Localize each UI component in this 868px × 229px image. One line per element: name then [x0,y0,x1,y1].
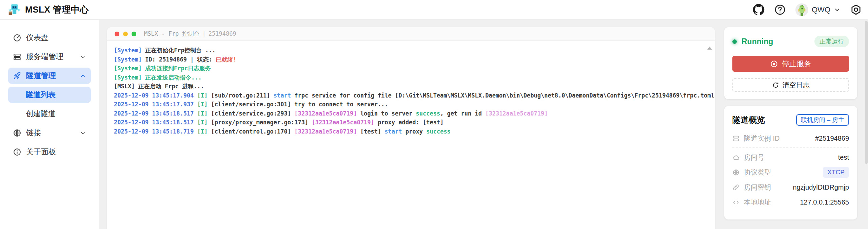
sidebar-item-label: 链接 [26,128,41,138]
sidebar-item-label: 仪表盘 [26,33,48,43]
dashed-divider [732,147,849,148]
sidebar-item-tunnel-list[interactable]: 隧道列表 [8,87,91,103]
github-icon[interactable] [753,4,765,16]
scroll-up-arrow[interactable] [707,47,712,50]
terminal-title: MSLX - Frp 控制台|25194869 [144,30,236,38]
overview-row-label: 房间密钥 [744,183,771,192]
overview-row-label: 本地地址 [744,198,771,207]
overview-row: 隧道实例 ID#25194869 [732,131,849,146]
service-status-card: Running 正常运行 停止服务 清空日志 [724,27,857,99]
sidebar-item-create-tunnel[interactable]: 创建隧道 [8,106,91,122]
page-title: MSLX 管理中心 [25,4,89,16]
username: QWQ [812,5,830,14]
status-badge: 正常运行 [814,36,849,47]
chevron-down-icon [80,130,86,136]
clear-log-button[interactable]: 清空日志 [732,78,849,92]
log-line: [System] ID: 25194869 | 状态: 已就绪! [114,55,708,64]
log-line: 2025-12-09 13:45:17.904 [I] [sub/root.go… [114,91,708,100]
globe-icon [732,169,739,176]
log-line: 2025-12-09 13:45:18.517 [I] [client/serv… [114,109,708,118]
sidebar-item-links[interactable]: 链接 [8,125,91,141]
sidebar-item-server-management[interactable]: 服务端管理 [8,49,91,65]
terminal-title-separator: | [200,30,209,37]
traffic-light-yellow-icon [123,32,128,36]
overview-row-value: #25194869 [815,135,849,142]
overview-header: 隧道概览 联机房间 – 房主 [732,114,849,126]
overview-row: 协议类型XTCP [732,165,849,180]
sidebar-item-label: 创建隧道 [26,109,56,119]
server-icon [13,53,21,61]
chevron-down-icon [80,54,86,60]
frp-console-window: MSLX - Frp 控制台|25194869 [System] 正在初始化Fr… [107,27,715,229]
log-line: [System] 正在初始化Frp控制台 ... [114,46,708,55]
overview-row-label: 协议类型 [744,168,771,177]
overview-row: 本地地址127.0.0.1:25565 [732,195,849,210]
terminal-instance-id: 25194869 [209,30,236,37]
status-dot-icon [732,39,737,44]
log-line: 2025-12-09 13:45:18.517 [I] [proxy/proxy… [114,118,708,127]
terminal-log[interactable]: [System] 正在初始化Frp控制台 ...[System] ID: 251… [107,41,715,141]
stop-service-button[interactable]: 停止服务 [732,56,849,72]
overview-row-label: 房间号 [744,153,764,162]
refresh-icon [772,82,779,89]
server-icon [732,135,739,142]
room-role-badge: 联机房间 – 房主 [796,114,849,126]
header-actions: QWQ [753,3,862,16]
overview-rows: 隧道实例 ID#25194869房间号test协议类型XTCP房间密钥ngzju… [732,131,849,210]
cloud-icon [732,154,739,161]
overview-row-label: 隧道实例 ID [744,134,780,143]
terminal-titlebar: MSLX - Frp 控制台|25194869 [107,27,715,41]
overview-row: 房间号test [732,150,849,165]
stop-icon [770,60,778,68]
sidebar-item-tunnel-management[interactable]: 隧道管理 [8,68,91,84]
traffic-light-red-icon [115,32,119,36]
log-line: 2025-12-09 13:45:17.937 [I] [client/serv… [114,100,708,109]
status-row: Running 正常运行 [732,36,849,47]
chevron-down-icon [834,6,841,13]
log-line: 2025-12-09 13:45:18.719 [I] [client/cont… [114,127,708,136]
info-icon [13,148,21,156]
protocol-badge: XTCP [823,167,849,178]
link-icon [732,184,739,191]
sidebar-item-label: 隧道管理 [26,71,56,81]
log-line: [MSLX] 正在启动 Frpc 进程... [114,82,708,91]
sidebar-item-about[interactable]: 关于面板 [8,144,91,160]
traffic-light-green-icon [132,32,136,36]
sidebar-item-label: 服务端管理 [26,52,63,62]
overview-row-value: test [838,154,849,161]
brand: MSLX 管理中心 [7,3,89,17]
overview-row-value: 127.0.0.1:25565 [800,198,849,206]
tunnel-overview-card: 隧道概览 联机房间 – 房主 隧道实例 ID#25194869房间号test协议… [724,106,857,219]
overview-row: 房间密钥ngzjudylDtDRgmjp [732,180,849,195]
globe-icon [13,129,21,137]
sidebar-item-label: 隧道列表 [26,90,56,100]
log-line: [System] 成功连接到Frpc日志服务 [114,64,708,73]
help-icon[interactable] [774,4,786,16]
sidebar-item-label: 关于面板 [26,147,56,157]
app-header: MSLX 管理中心 [0,0,868,20]
app-root: MSLX 管理中心 [0,0,868,229]
sidebar-item-dashboard[interactable]: 仪表盘 [8,30,91,46]
avatar [795,3,808,16]
sidebar-nav: 仪表盘服务端管理隧道管理隧道列表创建隧道链接关于面板 [0,20,99,229]
log-line: [System] 正在发送启动指令... [114,73,708,82]
status-label: Running [742,37,773,46]
chevron-up-icon [80,73,86,79]
gauge-icon [13,34,21,42]
user-menu[interactable]: QWQ [795,3,841,16]
overview-title: 隧道概览 [732,114,765,125]
settings-icon[interactable] [850,4,862,16]
rocket-icon [13,72,21,80]
app-logo-icon [7,3,21,17]
code-icon [732,199,739,206]
page-scrollbar[interactable] [865,21,868,164]
overview-row-value: ngzjudylDtDRgmjp [793,183,849,191]
